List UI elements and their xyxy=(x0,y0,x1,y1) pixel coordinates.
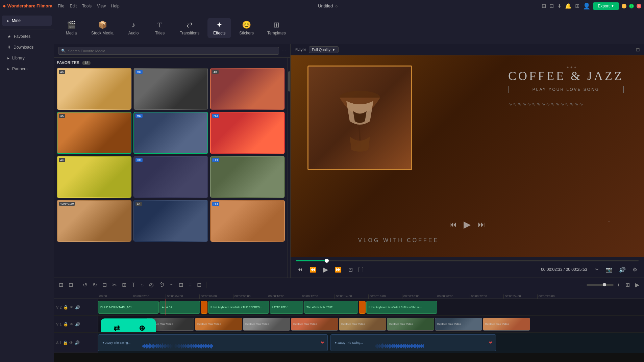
fullscreen-icon[interactable]: ⊡ xyxy=(636,47,640,52)
project-settings-icon[interactable]: ⊡ xyxy=(549,3,554,9)
tab-stickers[interactable]: 😊 Stickers xyxy=(234,18,259,38)
clip-v1-5[interactable]: Replace Your Video xyxy=(339,318,386,331)
timeline-undo-button[interactable]: ↺ xyxy=(81,280,89,289)
media-thumb-3[interactable]: 4K xyxy=(210,68,285,110)
clip-v2-1[interactable]: BLUE MOUNTAIN_101 xyxy=(98,301,159,314)
menu-edit[interactable]: Edit xyxy=(70,4,77,8)
track-v2-visibility[interactable]: 👁 xyxy=(70,305,74,310)
track-v2-lock[interactable]: 🔒 xyxy=(63,305,68,310)
export-button[interactable]: Export ▼ xyxy=(593,2,619,10)
zoom-slider[interactable] xyxy=(587,284,614,286)
notification-icon[interactable]: 🔔 xyxy=(565,3,572,9)
media-thumb-7[interactable]: 4K xyxy=(57,156,131,198)
progress-bar[interactable] xyxy=(296,260,639,261)
play-button[interactable]: ▶ xyxy=(322,264,329,275)
timeline-audio-icon[interactable]: ~ xyxy=(168,281,175,289)
mark-in-button[interactable]: [ xyxy=(358,267,360,272)
track-v1-audio[interactable]: 🔊 xyxy=(75,322,80,327)
timeline-magnetic-icon[interactable]: ⊡ xyxy=(67,280,75,289)
minimize-button[interactable]: − xyxy=(622,4,626,8)
step-forward-button[interactable]: ⏩ xyxy=(333,265,343,274)
track-a1-audio[interactable]: 🔊 xyxy=(75,340,80,345)
sidebar-item-mine[interactable]: ▸ Mine xyxy=(2,16,52,26)
timeline-redo-button[interactable]: ↻ xyxy=(91,280,99,289)
clip-v2-4[interactable]: LATTE ATE / xyxy=(270,301,303,314)
media-thumb-1[interactable]: 4K xyxy=(57,68,131,110)
menu-help[interactable]: Help xyxy=(111,4,120,8)
search-box[interactable]: 🔍 Search Favorite Media xyxy=(58,47,279,55)
skip-back-overlay-icon[interactable]: ⏮ xyxy=(449,220,457,229)
settings-button[interactable]: ⚙ xyxy=(631,265,639,274)
media-thumb-5[interactable]: HD xyxy=(133,112,208,154)
close-button[interactable]: × xyxy=(637,4,641,8)
track-a1-lock[interactable]: 🔒 xyxy=(63,340,68,345)
menu-file[interactable]: File xyxy=(58,4,64,8)
track-v1-visibility[interactable]: 👁 xyxy=(70,322,74,327)
media-thumb-8[interactable]: HD xyxy=(133,156,208,198)
sidebar-item-favorites[interactable]: ★ Favorites xyxy=(2,31,52,42)
apps-icon[interactable]: ⊞ xyxy=(575,3,579,9)
media-thumb-12[interactable]: HD xyxy=(210,200,285,242)
timeline-crop-icon[interactable]: ⊞ xyxy=(177,280,185,289)
insert-button[interactable]: ⊕ Insert xyxy=(132,322,152,332)
tab-templates[interactable]: ⊞ Templates xyxy=(262,18,291,38)
audio-clip-1[interactable]: ● Jazzy Trio Swing... ❤ (function() { co… xyxy=(98,334,328,351)
media-thumb-6[interactable]: HD xyxy=(210,112,285,154)
quality-select[interactable]: Full Quality ▼ xyxy=(309,46,339,53)
timeline-color-icon[interactable]: ≡ xyxy=(187,281,194,289)
user-avatar[interactable]: 👤 xyxy=(583,2,590,10)
clip-v1-3[interactable]: Replace Your Video xyxy=(243,318,290,331)
play-pause-overlay-icon[interactable]: ▶ xyxy=(464,219,471,230)
media-thumb-4[interactable]: 4K xyxy=(57,112,131,154)
clip-v1-8[interactable]: Replace Your Video xyxy=(483,318,530,331)
clip-v2-5[interactable]: The Whole Milk / THE xyxy=(304,301,358,314)
cut-to-clip-button[interactable]: ✂ xyxy=(594,266,600,273)
camera-button[interactable]: 📷 xyxy=(604,265,614,274)
tab-effects[interactable]: ✦ Effects xyxy=(207,18,231,38)
scrollbar[interactable] xyxy=(288,58,290,278)
timeline-add-track-icon[interactable]: ⊞ xyxy=(57,280,65,289)
audio-clip-2[interactable]: ● Jazzy Trio Swing... ❤ (function() { co… xyxy=(330,334,496,351)
skip-forward-overlay-icon[interactable]: ⏭ xyxy=(478,220,485,229)
grid-view-button[interactable]: ⊞ xyxy=(623,280,632,289)
timeline-text-icon[interactable]: T xyxy=(130,281,137,289)
sidebar-item-partners[interactable]: ▸ Partners xyxy=(2,64,52,74)
zoom-handle[interactable] xyxy=(603,283,606,286)
full-screen-button[interactable]: ⊡ xyxy=(347,265,354,274)
clip-v2-orange-1[interactable] xyxy=(201,301,207,314)
menu-tools[interactable]: Tools xyxy=(82,4,92,8)
progress-handle[interactable] xyxy=(325,259,329,263)
timeline-copy-icon[interactable]: ⊡ xyxy=(100,280,109,289)
replace-button[interactable]: ⇄ Replace xyxy=(105,322,128,332)
menu-view[interactable]: View xyxy=(97,4,106,8)
tab-audio[interactable]: ♪ Audio xyxy=(122,18,145,38)
track-v2-audio[interactable]: 🔊 xyxy=(75,305,80,310)
media-thumb-11[interactable]: 4K xyxy=(133,200,208,242)
screen-record-icon[interactable]: ⊞ xyxy=(542,3,546,9)
timeline-motion-icon[interactable]: ⊡ xyxy=(195,280,203,289)
clip-v2-6[interactable]: If that keyboard is infinitc / Coffee of… xyxy=(366,301,437,314)
mark-out-button[interactable]: ] xyxy=(362,267,364,272)
volume-button[interactable]: 🔊 xyxy=(618,265,627,274)
tab-transitions[interactable]: ⇄ Transitions xyxy=(174,18,205,38)
timeline-speed-icon[interactable]: ⏱ xyxy=(157,281,167,289)
clip-v2-3[interactable]: If that keyboard is infinite / THE ESPRE… xyxy=(208,301,269,314)
step-back-button[interactable]: ⏪ xyxy=(308,265,318,274)
more-button[interactable]: ··· xyxy=(282,48,286,54)
skip-to-start-button[interactable]: ⏮ xyxy=(296,265,304,274)
clip-v1-2[interactable]: Replace Your Video xyxy=(195,318,242,331)
clip-v2-orange-2[interactable] xyxy=(359,301,366,314)
tab-stock-media[interactable]: 📦 Stock Media xyxy=(86,18,119,38)
tab-media[interactable]: 🎬 Media xyxy=(59,18,83,38)
timeline-clip-icon[interactable]: ○ xyxy=(139,281,146,289)
clip-v1-6[interactable]: Replace Your Video xyxy=(387,318,434,331)
track-v1-lock[interactable]: 🔒 xyxy=(63,322,68,327)
expand-icon[interactable]: ▶ xyxy=(633,280,641,289)
zoom-in-button[interactable]: + xyxy=(615,281,622,289)
media-thumb-9[interactable]: HD xyxy=(210,156,285,198)
track-a1-visibility[interactable]: 👁 xyxy=(69,340,73,345)
timeline-split-icon[interactable]: ⊞ xyxy=(120,280,128,289)
sidebar-item-downloads[interactable]: ⬇ Downloads xyxy=(2,42,52,52)
download-icon[interactable]: ⬇ xyxy=(557,3,562,9)
clip-v1-7[interactable]: Replace Your Video xyxy=(435,318,482,331)
